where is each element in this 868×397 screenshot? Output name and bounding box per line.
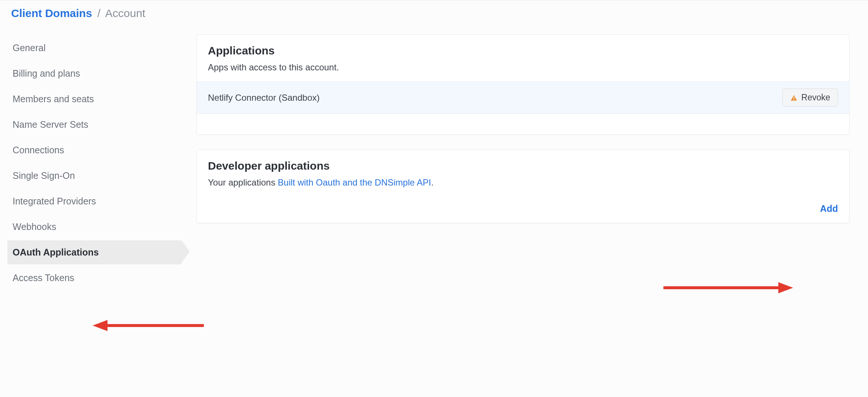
breadcrumb-sep: /	[97, 7, 100, 19]
app-row: Netlify Connector (Sandbox) Revoke	[197, 81, 849, 114]
sidebar-item-general[interactable]: General	[7, 36, 182, 60]
sidebar-item-access-tokens[interactable]: Access Tokens	[7, 266, 182, 290]
app-name: Netlify Connector (Sandbox)	[208, 93, 319, 103]
developer-apps-desc: Your applications Built with Oauth and t…	[208, 177, 838, 188]
applications-title: Applications	[208, 44, 838, 57]
annotation-arrow-sidebar	[93, 318, 204, 333]
developer-apps-title: Developer applications	[208, 160, 838, 172]
settings-sidebar: General Billing and plans Members and se…	[7, 34, 182, 291]
oauth-api-docs-link[interactable]: Built with Oauth and the DNSimple API	[278, 177, 431, 187]
revoke-label: Revoke	[801, 93, 830, 103]
svg-rect-1	[794, 99, 794, 100]
breadcrumb-parent-link[interactable]: Client Domains	[11, 7, 92, 19]
sidebar-item-members[interactable]: Members and seats	[7, 87, 182, 111]
sidebar-item-sso[interactable]: Single Sign-On	[7, 164, 182, 188]
sidebar-item-integrated-providers[interactable]: Integrated Providers	[7, 189, 182, 213]
revoke-button[interactable]: Revoke	[782, 89, 838, 107]
applications-desc: Apps with access to this account.	[208, 62, 838, 73]
svg-marker-3	[93, 320, 107, 331]
app-empty-row	[197, 114, 849, 134]
sidebar-item-connections[interactable]: Connections	[7, 138, 182, 162]
breadcrumb-current: Account	[105, 7, 145, 19]
breadcrumb: Client Domains / Account	[0, 0, 868, 23]
developer-apps-card: Developer applications Your applications…	[196, 150, 849, 223]
sidebar-item-billing[interactable]: Billing and plans	[7, 61, 182, 86]
developer-desc-suffix: .	[431, 177, 434, 187]
developer-desc-prefix: Your applications	[208, 177, 278, 187]
warning-icon	[790, 94, 798, 101]
sidebar-item-name-server-sets[interactable]: Name Server Sets	[7, 113, 182, 137]
add-developer-app-link[interactable]: Add	[820, 203, 838, 214]
applications-card: Applications Apps with access to this ac…	[196, 34, 849, 135]
sidebar-item-webhooks[interactable]: Webhooks	[7, 215, 182, 239]
sidebar-item-oauth-applications[interactable]: OAuth Applications	[7, 240, 182, 264]
svg-rect-0	[794, 97, 794, 99]
